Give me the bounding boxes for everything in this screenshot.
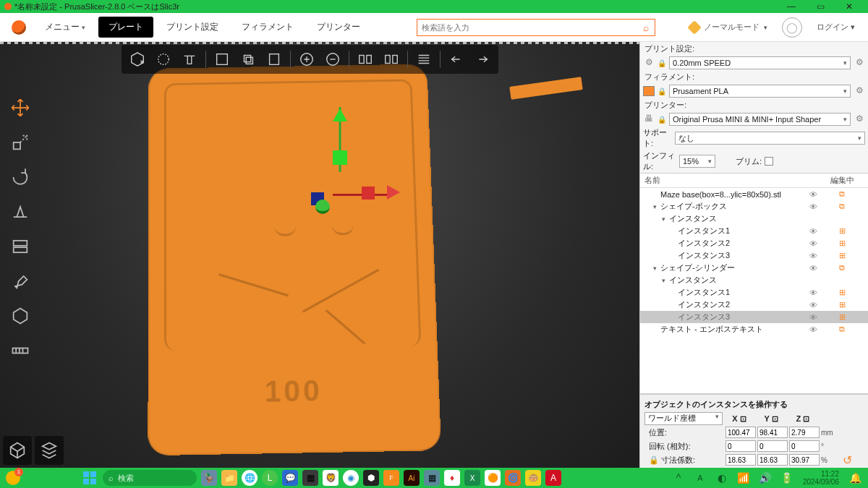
- move-tool[interactable]: [5, 93, 35, 123]
- tab-printer[interactable]: プリンター: [307, 17, 370, 38]
- redo-button[interactable]: [471, 48, 494, 71]
- taskbar-app[interactable]: ⬢: [363, 470, 379, 486]
- gear-icon[interactable]: ⚙: [854, 57, 865, 69]
- filament-preset-select[interactable]: Prusament PLA: [669, 85, 851, 98]
- printer-preset-select[interactable]: Original Prusa MINI & MINI+ Input Shaper: [669, 113, 851, 126]
- windows-button[interactable]: [81, 469, 98, 487]
- tray-language[interactable]: A: [692, 469, 709, 487]
- layer-view-button[interactable]: [35, 436, 64, 465]
- taskbar-prusaslicer[interactable]: 🟠: [485, 470, 501, 486]
- taskbar-brave[interactable]: 🦁: [323, 470, 339, 486]
- y-input[interactable]: [757, 427, 788, 438]
- place-on-face-tool[interactable]: [5, 197, 35, 227]
- maximize-button[interactable]: ▭: [806, 1, 835, 12]
- taskbar-app[interactable]: 💬: [282, 470, 298, 486]
- y-input[interactable]: [757, 440, 788, 452]
- add-button[interactable]: [126, 48, 149, 71]
- y-input[interactable]: [757, 454, 788, 466]
- rotate-tool[interactable]: [5, 162, 35, 192]
- tree-row[interactable]: テキスト - エンボステキスト👁⧉: [640, 323, 868, 335]
- taskbar-clock[interactable]: 11:222024/09/06: [803, 470, 839, 486]
- login-link[interactable]: ログイン ▾: [817, 22, 855, 33]
- printer-icon[interactable]: 🖶: [643, 114, 655, 125]
- x-input[interactable]: [726, 454, 756, 466]
- gear-icon[interactable]: ⚙: [854, 114, 865, 125]
- tree-row[interactable]: ▾インスタンス: [640, 213, 868, 225]
- account-icon[interactable]: ◯: [782, 17, 802, 38]
- tray-notifications-icon[interactable]: 🔔: [846, 469, 864, 487]
- cut-tool[interactable]: [5, 231, 35, 262]
- tree-row[interactable]: インスタンス2👁⊞: [640, 237, 868, 249]
- add-part-button[interactable]: [152, 48, 175, 71]
- taskbar-app[interactable]: ♦: [444, 470, 460, 486]
- model-cylinder-instance[interactable]: [509, 77, 583, 100]
- start-button[interactable]: 1: [4, 469, 22, 487]
- x-input[interactable]: [726, 427, 756, 438]
- filament-color-swatch[interactable]: [643, 86, 655, 96]
- tree-row[interactable]: ▾シェイプ-シリンダー👁⧉: [640, 262, 868, 274]
- taskbar-fusion[interactable]: F: [383, 470, 399, 486]
- paste-button[interactable]: [263, 48, 286, 71]
- coord-system-select[interactable]: ワールド座標: [644, 412, 723, 425]
- menu-main[interactable]: メニュー: [35, 17, 95, 38]
- tree-row[interactable]: インスタンス3👁⊞: [640, 249, 868, 262]
- brim-checkbox[interactable]: [765, 157, 773, 166]
- scale-tool[interactable]: [5, 127, 35, 158]
- copy-button[interactable]: [237, 48, 260, 71]
- taskbar-app[interactable]: 🦆: [201, 470, 217, 486]
- reset-icon[interactable]: ↺: [843, 453, 852, 467]
- search-input[interactable]: [417, 23, 637, 32]
- zoom-out-button[interactable]: [321, 48, 344, 71]
- zoom-in-button[interactable]: [295, 48, 318, 71]
- z-input[interactable]: [789, 427, 820, 438]
- taskbar-illustrator[interactable]: Ai: [404, 470, 420, 486]
- z-input[interactable]: [789, 454, 820, 466]
- z-input[interactable]: [789, 440, 820, 452]
- taskbar-acrobat[interactable]: A: [545, 470, 561, 486]
- tray-ime[interactable]: ◐: [713, 469, 731, 487]
- tree-row[interactable]: ▾シェイプ-ボックス👁⧉: [640, 200, 868, 213]
- taskbar-app[interactable]: ◉: [343, 470, 359, 486]
- minimize-button[interactable]: —: [777, 1, 806, 12]
- taskbar-explorer[interactable]: 📁: [221, 470, 237, 486]
- support-select[interactable]: なし: [675, 132, 865, 145]
- tray-volume-icon[interactable]: 🔊: [757, 469, 774, 487]
- search-box[interactable]: ⌕: [417, 19, 655, 36]
- paint-tool[interactable]: [5, 266, 35, 296]
- tab-filament[interactable]: フィラメント: [231, 17, 304, 38]
- search-icon[interactable]: ⌕: [637, 22, 655, 33]
- tab-print-settings[interactable]: プリント設定: [156, 17, 229, 38]
- 3d-view-button[interactable]: [3, 436, 32, 465]
- taskbar-app[interactable]: ▦: [302, 470, 318, 486]
- tree-row[interactable]: インスタンス1👁⊞: [640, 225, 868, 237]
- taskbar-line[interactable]: L: [262, 470, 278, 486]
- move-gizmo[interactable]: [289, 107, 391, 230]
- gear-icon[interactable]: ⚙: [854, 85, 865, 97]
- taskbar-blender[interactable]: 🌀: [505, 470, 521, 486]
- variable-layer-button[interactable]: [412, 48, 435, 71]
- x-input[interactable]: [726, 440, 756, 452]
- 3d-viewport[interactable]: 100: [0, 42, 639, 468]
- tray-wifi-icon[interactable]: 📶: [735, 469, 752, 487]
- delete-button[interactable]: [178, 48, 201, 71]
- support-paint-tool[interactable]: [5, 301, 35, 331]
- tree-row[interactable]: インスタンス3👁⊞: [640, 311, 868, 323]
- tray-chevron-up-icon[interactable]: ^: [670, 469, 687, 487]
- mode-selector[interactable]: ノーマルモード ▾: [689, 22, 767, 33]
- tree-row[interactable]: ▾インスタンス: [640, 274, 868, 286]
- gear-icon[interactable]: ⚙: [643, 57, 655, 69]
- tree-row[interactable]: Maze base(box=8...ylic=80x50).stl👁⧉: [640, 188, 868, 200]
- taskbar-chrome[interactable]: 🌐: [242, 470, 258, 486]
- tab-plater[interactable]: プレート: [98, 17, 153, 38]
- infill-select[interactable]: 15%: [679, 155, 715, 168]
- close-button[interactable]: ✕: [835, 1, 864, 12]
- split-object-button[interactable]: [354, 48, 377, 71]
- undo-button[interactable]: [445, 48, 468, 71]
- tray-battery-icon[interactable]: 🔋: [778, 469, 796, 487]
- split-part-button[interactable]: [380, 48, 403, 71]
- measure-tool[interactable]: [5, 335, 35, 366]
- taskbar-app[interactable]: 🐵: [525, 470, 541, 486]
- print-preset-select[interactable]: 0.20mm SPEED: [669, 56, 851, 69]
- arrange-button[interactable]: [210, 48, 234, 71]
- tree-row[interactable]: インスタンス1👁⊞: [640, 286, 868, 299]
